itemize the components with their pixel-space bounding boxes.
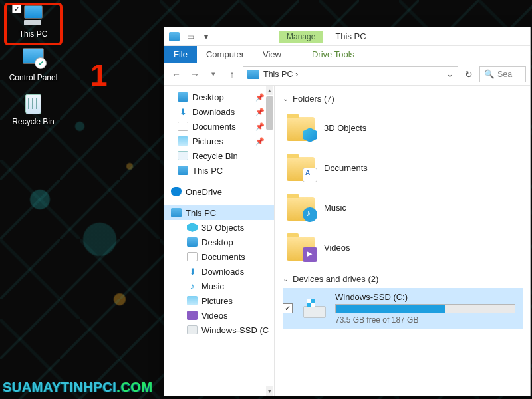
up-button[interactable]: ↑	[224, 66, 240, 82]
navigation-pane[interactable]: Desktop📌 Downloads📌 Documents📌 Pictures📌…	[164, 86, 275, 396]
tab-view[interactable]: View	[253, 46, 291, 63]
scroll-thumb[interactable]	[266, 96, 273, 130]
sidebar-item-label: Desktop	[192, 92, 224, 102]
sidebar-item-desktop[interactable]: Desktop📌	[164, 90, 274, 104]
sidebar-item-downloads[interactable]: Downloads	[164, 264, 274, 279]
explorer-window: ▭ ▾ Manage This PC File Computer View Dr…	[164, 27, 531, 396]
folder-label: Videos	[324, 243, 350, 253]
qat-this-pc-icon[interactable]	[168, 31, 180, 43]
group-header-drives[interactable]: ⌄ Devices and drives (2)	[283, 271, 530, 288]
scroll-down-button[interactable]: ▾	[266, 386, 273, 396]
scroll-up-button[interactable]: ▴	[266, 86, 273, 95]
sidebar-item-label: Downloads	[192, 107, 235, 117]
window-title: This PC	[335, 31, 366, 41]
titlebar: ▭ ▾ Manage This PC	[164, 27, 530, 46]
desktop-icon-control-panel[interactable]: Control Panel	[7, 48, 60, 82]
explorer-body: Desktop📌 Downloads📌 Documents📌 Pictures📌…	[164, 86, 530, 396]
sidebar-item-label: OneDrive	[186, 187, 222, 197]
search-input[interactable]: 🔍 Sea	[479, 66, 526, 82]
desktop-icon-label: Recycle Bin	[7, 117, 60, 126]
desktop-icon-this-pc[interactable]: ✓ This PC	[7, 4, 60, 39]
checkbox-icon[interactable]: ✓	[283, 303, 293, 313]
sidebar-item-label: Desktop	[201, 237, 233, 247]
sidebar-item-videos[interactable]: Videos	[164, 308, 274, 323]
control-panel-icon	[20, 48, 47, 72]
recycle-bin-icon	[20, 92, 47, 116]
folder-documents[interactable]: Documents	[283, 148, 530, 188]
drive-capacity-bar	[335, 304, 515, 313]
sidebar-item-desktop[interactable]: Desktop	[164, 235, 274, 249]
navigation-bar: ← → ▾ ↑ This PC › ⌄ ↻ 🔍 Sea	[164, 63, 530, 86]
drive-name: Windows-SSD (C:)	[335, 292, 519, 302]
contextual-tab-label: Manage	[279, 31, 323, 43]
folder-3d-objects[interactable]: 3D Objects	[283, 108, 530, 148]
this-pc-icon	[20, 4, 47, 28]
sidebar-item-label: This PC	[186, 208, 216, 218]
breadcrumb[interactable]: This PC ›	[263, 70, 298, 79]
qat-dropdown-icon[interactable]: ▾	[200, 31, 212, 43]
desktop-icon-label: Control Panel	[7, 73, 60, 82]
desktop-icon-recycle-bin[interactable]: Recycle Bin	[7, 92, 60, 126]
folder-icon	[285, 194, 316, 221]
sidebar-item-3d-objects[interactable]: 3D Objects	[164, 220, 274, 235]
ribbon-tabs: File Computer View Drive Tools	[164, 46, 530, 63]
folder-music[interactable]: Music	[283, 188, 530, 227]
folder-icon	[285, 114, 316, 141]
recent-locations-button[interactable]: ▾	[205, 66, 221, 82]
content-pane[interactable]: ⌄ Folders (7) 3D Objects Documents Music…	[275, 86, 530, 396]
address-bar[interactable]: This PC › ⌄	[243, 66, 458, 82]
group-header-label: Devices and drives (2)	[293, 274, 378, 284]
drive-windows-ssd[interactable]: ✓ Windows-SSD (C:) 73.5 GB free of 187 G…	[283, 288, 523, 329]
sidebar-item-label: Videos	[201, 311, 228, 321]
refresh-button[interactable]: ↻	[461, 69, 477, 80]
sidebar-item-label: Recycle Bin	[192, 151, 238, 161]
chevron-down-icon: ⌄	[283, 275, 289, 283]
desktop-icon-label: This PC	[7, 29, 60, 39]
sidebar-item-onedrive[interactable]: OneDrive	[164, 184, 274, 199]
folder-label: Music	[324, 203, 346, 213]
search-placeholder: Sea	[497, 70, 512, 79]
sidebar-item-recycle-bin[interactable]: Recycle Bin	[164, 148, 274, 163]
search-icon: 🔍	[484, 69, 495, 79]
sidebar-item-downloads[interactable]: Downloads📌	[164, 104, 274, 119]
tab-computer[interactable]: Computer	[197, 46, 253, 63]
sidebar-item-label: Windows-SSD (C	[201, 325, 269, 335]
sidebar-item-label: 3D Objects	[201, 223, 244, 233]
sidebar-item-label: Music	[201, 281, 224, 291]
back-button[interactable]: ←	[168, 66, 184, 82]
sidebar-item-label: Documents	[201, 252, 245, 262]
sidebar-item-label: This PC	[192, 166, 223, 176]
sidebar-item-windows-ssd[interactable]: Windows-SSD (C	[164, 323, 274, 337]
folder-label: 3D Objects	[324, 123, 366, 133]
folder-icon	[285, 234, 316, 261]
sidebar-item-this-pc[interactable]: This PC	[164, 163, 274, 178]
sidebar-item-label: Documents	[192, 122, 236, 132]
tab-drive-tools[interactable]: Drive Tools	[303, 46, 364, 63]
sidebar-item-music[interactable]: Music	[164, 279, 274, 293]
drive-info: Windows-SSD (C:) 73.5 GB free of 187 GB	[335, 292, 519, 325]
tab-file[interactable]: File	[164, 46, 197, 63]
sidebar-item-pictures[interactable]: Pictures📌	[164, 134, 274, 148]
qat-properties-icon[interactable]: ▭	[184, 31, 196, 43]
quick-access-toolbar: ▭ ▾	[168, 31, 212, 43]
folder-label: Documents	[324, 163, 368, 173]
sidebar-item-label: Downloads	[201, 267, 244, 277]
sidebar-item-pictures[interactable]: Pictures	[164, 293, 274, 308]
drive-free-text: 73.5 GB free of 187 GB	[335, 315, 519, 325]
group-header-folders[interactable]: ⌄ Folders (7)	[283, 91, 530, 108]
folder-videos[interactable]: Videos	[283, 227, 530, 267]
this-pc-icon	[247, 70, 259, 79]
drive-icon	[299, 297, 329, 321]
chevron-down-icon: ⌄	[283, 94, 289, 103]
desktop-icons: ✓ This PC Control Panel Recycle Bin	[7, 4, 66, 136]
sidebar-item-label: Pictures	[201, 296, 233, 306]
sidebar-item-this-pc-root[interactable]: This PC	[164, 205, 274, 220]
sidebar-item-label: Pictures	[192, 136, 223, 146]
folder-icon	[285, 154, 316, 181]
group-header-label: Folders (7)	[293, 94, 334, 104]
forward-button[interactable]: →	[187, 66, 203, 82]
sidebar-item-documents[interactable]: Documents📌	[164, 119, 274, 134]
sidebar-item-documents[interactable]: Documents	[164, 249, 274, 264]
chevron-down-icon[interactable]: ⌄	[446, 69, 454, 79]
drive-capacity-fill	[336, 305, 445, 313]
